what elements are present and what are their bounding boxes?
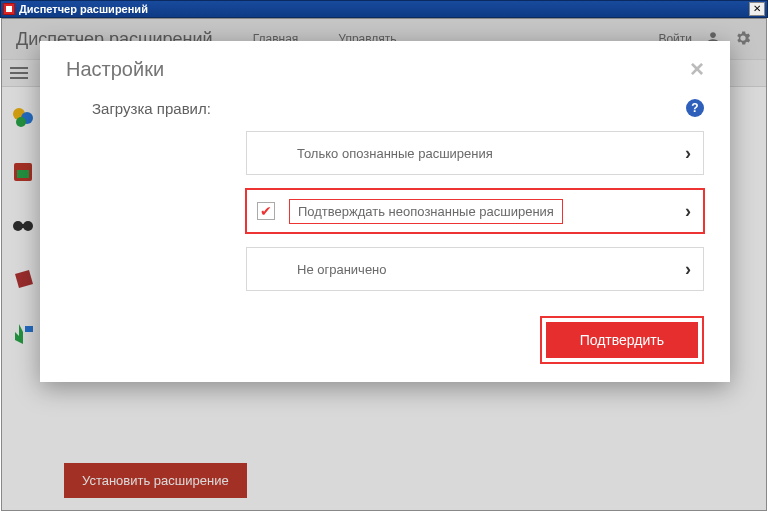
options-list: Только опознанные расширения › Подтвержд…: [246, 131, 704, 291]
section-label: Загрузка правил:: [92, 100, 211, 117]
option-unrestricted[interactable]: Не ограничено ›: [246, 247, 704, 291]
chevron-right-icon: ›: [685, 259, 691, 280]
window-close-button[interactable]: ✕: [749, 2, 765, 16]
confirm-button[interactable]: Подтвердить: [546, 322, 698, 358]
window-titlebar: Диспетчер расширений ✕: [0, 0, 768, 18]
checkmark-icon: [257, 202, 275, 220]
option-confirm-unidentified[interactable]: Подтверждать неопознанные расширения ›: [246, 189, 704, 233]
option-label: Не ограничено: [297, 262, 387, 277]
option-label: Подтверждать неопознанные расширения: [298, 204, 554, 219]
modal-title: Настройки: [66, 58, 164, 81]
chevron-right-icon: ›: [685, 201, 691, 222]
app-frame: Диспетчер расширений Главная Управлять В…: [1, 18, 767, 511]
window-title: Диспетчер расширений: [19, 3, 148, 15]
help-icon[interactable]: ?: [686, 99, 704, 117]
settings-modal: Настройки × Загрузка правил: ? Только оп…: [40, 41, 730, 382]
modal-close-button[interactable]: ×: [690, 57, 704, 81]
option-identified-only[interactable]: Только опознанные расширения ›: [246, 131, 704, 175]
option-label: Только опознанные расширения: [297, 146, 493, 161]
chevron-right-icon: ›: [685, 143, 691, 164]
app-logo-icon: [3, 3, 15, 15]
confirm-highlight: Подтвердить: [540, 316, 704, 364]
